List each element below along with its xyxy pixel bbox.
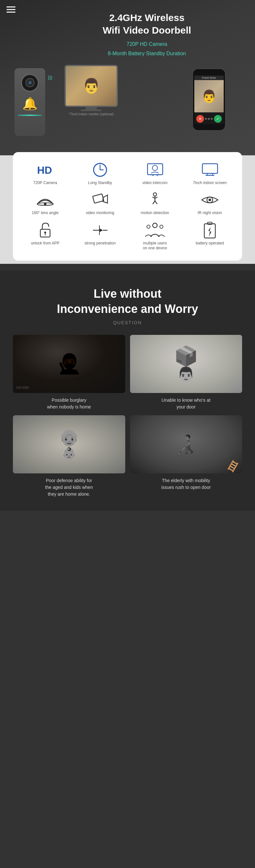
- indoor-monitor: 👨 *7inch indoor monitor (optional): [65, 65, 118, 116]
- hero-title-line2: Wifi Video Doorbell: [103, 25, 191, 35]
- hero-images: ))) 🔔 👨 *7inch indoor monitor (optional): [10, 65, 245, 143]
- phone-header: Front Door: [194, 75, 224, 80]
- call-accept-button[interactable]: ✓: [214, 115, 222, 123]
- delivery-person: 👨: [177, 366, 195, 383]
- feature-label-screen: 7inch indoor screen: [193, 181, 227, 186]
- scenario-label-elderly: Poor defense ability forthe aged and kid…: [45, 477, 93, 498]
- feature-label-night: IR night vision: [197, 211, 222, 216]
- feature-battery: battery operated: [184, 222, 236, 251]
- feature-hd-camera: HD 720P Camera: [19, 162, 71, 186]
- feature-unlock-app: unlock from APP: [19, 222, 71, 251]
- feature-strong-penetration: strong penetration: [74, 222, 126, 251]
- phone-display: 👨: [194, 80, 224, 113]
- hamburger-menu[interactable]: [6, 6, 15, 12]
- scenario-label-worker: The elderly with mobilityissues rush to …: [161, 477, 211, 491]
- feature-label-hd: 720P Camera: [33, 181, 57, 186]
- feature-motion-detection: motion detection: [129, 192, 181, 216]
- feature-label-battery: battery operated: [196, 241, 224, 246]
- svg-marker-30: [99, 228, 103, 232]
- features-section: HD 720P Camera Long Standby: [13, 152, 242, 260]
- phone-device: Front Door 👨 ✕ ✓: [192, 68, 226, 131]
- scenario-label-delivery: Unable to know who's atyour door: [162, 397, 211, 410]
- live-subtitle: QUESTION: [13, 320, 242, 325]
- hero-title: 2.4GHz Wireless Wifi Video Doorbell: [10, 6, 245, 40]
- svg-marker-38: [208, 227, 212, 237]
- users-icon: [145, 222, 165, 238]
- features-grid: HD 720P Camera Long Standby: [19, 162, 236, 251]
- call-end-button[interactable]: ✕: [196, 115, 204, 123]
- intercom-icon: [145, 162, 165, 178]
- burglar-figure: 🥷: [57, 352, 81, 375]
- penetration-icon: [90, 222, 110, 238]
- scenario-delivery: 📦 👨 Unable to know who's atyour door: [130, 335, 243, 410]
- scenario-img-elderly: 👴 👶: [13, 415, 125, 473]
- delivery-figure: 📦: [174, 345, 198, 368]
- scenario-label-burglar: Possible burglarywhen nobody is home: [47, 397, 91, 410]
- live-title-line2: Inconvenience and Worry: [57, 302, 198, 315]
- svg-point-25: [209, 198, 211, 201]
- screen-icon: [200, 162, 220, 178]
- scenarios-grid: 🥷 intruder Possible burglarywhen nobody …: [13, 335, 242, 498]
- clock-icon: [90, 162, 110, 178]
- live-title: Live without Inconvenience and Worry: [13, 286, 242, 317]
- svg-point-34: [147, 225, 150, 228]
- scenario-img-worker: 🧑‍🦯 🪜: [130, 415, 243, 473]
- motion-icon: [145, 192, 165, 208]
- svg-rect-10: [202, 164, 218, 174]
- svg-point-33: [153, 223, 157, 228]
- scenario-img-delivery: 📦 👨: [130, 335, 243, 393]
- elderly-figure: 👴: [59, 428, 79, 447]
- feature-video-intercom: video intercom: [129, 162, 181, 186]
- scenario-burglar: 🥷 intruder Possible burglarywhen nobody …: [13, 335, 125, 410]
- svg-line-23: [155, 201, 157, 204]
- svg-point-27: [44, 231, 46, 234]
- hero-feature1: 720P HD Camera: [49, 40, 245, 49]
- worker-figure: 🧑‍🦯: [175, 434, 197, 455]
- svg-text:HD: HD: [37, 164, 52, 176]
- live-title-line1: Live without: [94, 287, 161, 300]
- monitoring-icon: [90, 192, 110, 208]
- svg-line-22: [153, 201, 155, 204]
- unlock-icon: [35, 222, 55, 238]
- features-wrapper: HD 720P Camera Long Standby: [0, 155, 255, 264]
- feature-label-lens: 160° lens angle: [32, 211, 59, 216]
- feature-multi-users: multiple userson one device: [129, 222, 181, 251]
- hero-section: 2.4GHz Wireless Wifi Video Doorbell 720P…: [0, 0, 255, 155]
- svg-point-15: [44, 203, 46, 206]
- scenario-worker: 🧑‍🦯 🪜 The elderly with mobilityissues ru…: [130, 415, 243, 498]
- led-strip: [18, 115, 42, 116]
- phone-call-buttons: ✕ ✓: [194, 113, 224, 124]
- feature-indoor-screen: 7inch indoor screen: [184, 162, 236, 186]
- feature-label-monitoring: video monitoring: [86, 211, 114, 216]
- lens-icon: [35, 192, 55, 208]
- feature-label-intercom: video intercom: [142, 181, 167, 186]
- feature-long-standby: Long Standby: [74, 162, 126, 186]
- svg-point-35: [160, 225, 163, 228]
- hd-icon: HD: [35, 162, 55, 178]
- wifi-waves: ))): [48, 74, 52, 81]
- monitor-stand: [86, 107, 97, 110]
- feature-night-vision: IR night vision: [184, 192, 236, 216]
- feature-video-monitoring: video monitoring: [74, 192, 126, 216]
- svg-point-18: [153, 193, 157, 196]
- feature-label-users: multiple userson one device: [143, 241, 167, 251]
- scenario-elderly: 👴 👶 Poor defense ability forthe aged and…: [13, 415, 125, 498]
- feature-label-penetration: strong penetration: [85, 241, 116, 246]
- camera-lens: [21, 74, 39, 92]
- feature-label-motion: motion detection: [141, 211, 169, 216]
- feature-label-unlock: unlock from APP: [31, 241, 60, 246]
- call-dots: [205, 115, 213, 123]
- hero-feature2: 8-Month Battery Standby Duration: [49, 49, 245, 58]
- svg-rect-16: [93, 194, 104, 203]
- hero-features: 720P HD Camera 8-Month Battery Standby D…: [10, 40, 245, 58]
- live-section: Live without Inconvenience and Worry QUE…: [0, 270, 255, 510]
- bell-icon: 🔔: [22, 97, 37, 111]
- monitor-display: 👨: [66, 66, 117, 105]
- ladder-icon: 🪜: [225, 458, 241, 473]
- scenario-img-burglar: 🥷 intruder: [13, 335, 125, 393]
- feature-lens-angle: 160° lens angle: [19, 192, 71, 216]
- doorbell-device: ))) 🔔: [14, 68, 45, 136]
- baby-figure: 👶: [62, 447, 76, 460]
- monitor-label: *7inch indoor monitor (optional): [69, 113, 114, 116]
- monitor-base: [81, 110, 102, 111]
